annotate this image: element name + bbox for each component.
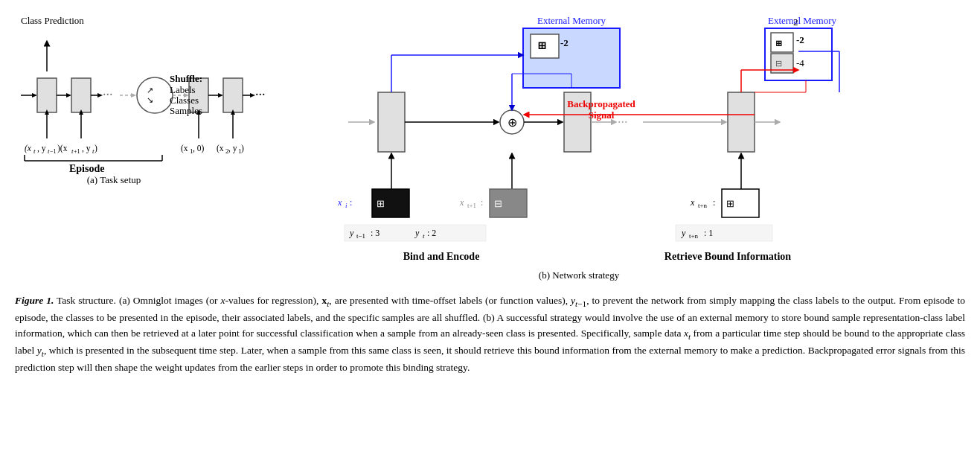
figure-label: Figure 1. bbox=[15, 295, 54, 306]
panel-a-diagram: ··· ↗ ↘ ··· Shuffle: bbox=[17, 28, 330, 185]
svg-text:···: ··· bbox=[103, 87, 113, 102]
svg-text:Episode: Episode bbox=[69, 163, 104, 174]
svg-text:, y: , y bbox=[228, 144, 237, 153]
svg-text:Classes: Classes bbox=[170, 95, 199, 106]
svg-point-12 bbox=[137, 77, 173, 113]
panel-b: External Memory External Memory ⊞ -2 ⊞ -… bbox=[333, 7, 980, 286]
svg-text:x: x bbox=[690, 197, 695, 208]
svg-text:y: y bbox=[681, 228, 686, 238]
svg-text:: 2: : 2 bbox=[427, 228, 436, 238]
svg-text:t+1: t+1 bbox=[467, 202, 476, 209]
svg-text:⊞: ⊞ bbox=[537, 40, 546, 51]
svg-text:···: ··· bbox=[618, 115, 628, 130]
svg-text:)(x: )(x bbox=[57, 144, 68, 153]
svg-text:+1: +1 bbox=[74, 148, 80, 155]
class-prediction-label: Class Prediction bbox=[21, 15, 84, 27]
svg-text::: : bbox=[350, 197, 352, 208]
svg-text:Retrieve Bound Information: Retrieve Bound Information bbox=[664, 251, 792, 262]
svg-rect-20 bbox=[223, 78, 243, 112]
svg-text:Shuffle:: Shuffle: bbox=[170, 73, 202, 84]
svg-text:, y: , y bbox=[37, 144, 46, 153]
figure-caption: Figure 1. Task structure. (a) Omniglot i… bbox=[13, 293, 967, 376]
svg-text:i: i bbox=[345, 202, 348, 209]
svg-text:, 0): , 0) bbox=[193, 144, 205, 153]
svg-text:⊕: ⊕ bbox=[507, 116, 517, 129]
svg-text:2: 2 bbox=[793, 16, 798, 28]
panel-b-diagram: External Memory External Memory ⊞ -2 ⊞ -… bbox=[333, 10, 980, 286]
svg-text:): ) bbox=[241, 144, 244, 153]
svg-marker-2 bbox=[32, 93, 37, 98]
svg-text:Signal: Signal bbox=[589, 109, 615, 121]
svg-text:t: t bbox=[33, 147, 36, 155]
svg-text:External Memory: External Memory bbox=[768, 15, 837, 26]
svg-marker-11 bbox=[131, 93, 136, 98]
svg-text:-2: -2 bbox=[796, 34, 804, 45]
svg-text:↗: ↗ bbox=[147, 86, 153, 95]
svg-rect-6 bbox=[71, 78, 91, 112]
svg-text:(x: (x bbox=[181, 144, 188, 153]
svg-text:): ) bbox=[95, 144, 97, 153]
svg-text:Labels: Labels bbox=[170, 84, 196, 95]
svg-text:-2: -2 bbox=[560, 37, 569, 48]
svg-text:Backpropagated: Backpropagated bbox=[567, 98, 635, 109]
svg-marker-8 bbox=[97, 93, 103, 98]
panel-a: Class Prediction ··· bbox=[13, 7, 333, 185]
svg-text:⊞: ⊞ bbox=[726, 198, 734, 209]
svg-text:-4: -4 bbox=[796, 57, 804, 68]
svg-text:: 3: : 3 bbox=[371, 228, 379, 238]
svg-text:: 1: : 1 bbox=[704, 228, 713, 238]
svg-text:x: x bbox=[337, 197, 342, 208]
svg-text:(a) Task setup: (a) Task setup bbox=[87, 174, 141, 185]
svg-rect-79 bbox=[378, 92, 405, 152]
svg-text:⊞: ⊞ bbox=[377, 198, 385, 209]
svg-text:⊟: ⊟ bbox=[494, 198, 502, 209]
svg-text:(x: (x bbox=[217, 144, 224, 153]
svg-text:−1: −1 bbox=[50, 148, 57, 155]
svg-text::: : bbox=[713, 197, 715, 208]
svg-rect-3 bbox=[37, 78, 57, 112]
svg-text:, y: , y bbox=[82, 144, 91, 153]
svg-text:t−1: t−1 bbox=[356, 232, 365, 240]
svg-marker-22 bbox=[250, 93, 255, 98]
svg-text:···: ··· bbox=[255, 87, 266, 102]
caption-text: Task structure. (a) Omniglot images (or … bbox=[15, 295, 965, 373]
svg-text:t+n: t+n bbox=[689, 232, 699, 240]
svg-text:⊟: ⊟ bbox=[775, 59, 782, 68]
figure-area: Class Prediction ··· bbox=[13, 7, 967, 286]
svg-text:y: y bbox=[414, 228, 420, 238]
svg-text:(x: (x bbox=[25, 144, 32, 153]
svg-marker-19 bbox=[218, 93, 223, 98]
svg-text:↘: ↘ bbox=[147, 95, 153, 104]
svg-marker-5 bbox=[66, 93, 71, 98]
svg-text:External Memory: External Memory bbox=[537, 15, 606, 26]
svg-text:(b) Network strategy: (b) Network strategy bbox=[539, 269, 620, 281]
svg-text:t+n: t+n bbox=[698, 202, 708, 209]
svg-rect-83 bbox=[728, 92, 755, 152]
svg-text:y: y bbox=[349, 228, 354, 238]
svg-text:⊞: ⊞ bbox=[775, 39, 782, 48]
svg-text:Bind and Encode: Bind and Encode bbox=[403, 251, 480, 262]
svg-text:x: x bbox=[459, 197, 464, 208]
svg-text::: : bbox=[481, 197, 483, 208]
